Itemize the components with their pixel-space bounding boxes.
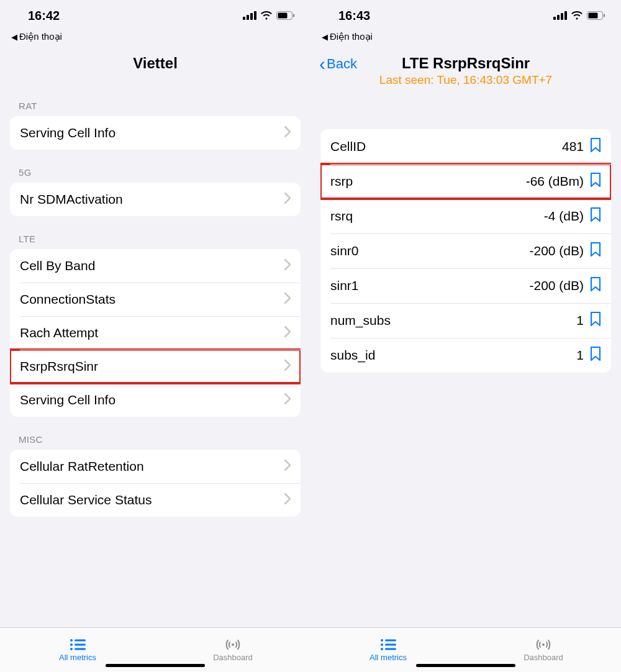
antenna-icon <box>225 638 241 651</box>
content-right[interactable]: CellID481rsrp-66 (dBm)rsrq-4 (dB)sinr0-2… <box>310 98 621 627</box>
list-item-serving-cell-info[interactable]: Serving Cell Info <box>10 116 301 150</box>
metric-label: rsrq <box>330 209 353 224</box>
list-item-rsrprsrqsinr[interactable]: RsrpRsrqSinr <box>10 350 301 383</box>
status-icons <box>553 11 605 20</box>
svg-point-21 <box>381 639 383 642</box>
back-button[interactable]: ‹ Back <box>319 55 357 73</box>
list-group: Nr SDMActivation <box>10 183 301 216</box>
metric-row-cellid[interactable]: CellID481 <box>320 129 611 164</box>
list-item-rach-attempt[interactable]: Rach Attempt <box>10 316 301 350</box>
svg-rect-15 <box>557 15 560 20</box>
svg-point-27 <box>542 643 545 646</box>
list-item-cell-by-band[interactable]: Cell By Band <box>10 249 301 283</box>
svg-rect-14 <box>553 17 556 20</box>
bookmark-icon[interactable] <box>590 242 601 260</box>
page-header: Viettel <box>0 47 310 83</box>
metric-row-subs_id[interactable]: subs_id1 <box>320 338 611 373</box>
bookmark-icon[interactable] <box>590 312 601 329</box>
metric-value: -200 (dB) <box>529 243 584 258</box>
screen-right: 16:43 ◀ Điện thoại ‹ Back LTE RsrpRsrqSi… <box>310 0 621 672</box>
metric-row-num_subs[interactable]: num_subs1 <box>320 303 611 338</box>
status-bar: 16:43 <box>310 0 621 31</box>
section-header: LTE <box>10 216 301 249</box>
breadcrumb-label: Điện thoại <box>330 31 373 42</box>
metric-label: subs_id <box>330 348 375 363</box>
svg-rect-8 <box>75 639 86 641</box>
screen-left: 16:42 ◀ Điện thoại Viettel RATServing Ce… <box>0 0 310 672</box>
bookmark-icon[interactable] <box>590 173 601 190</box>
content-left[interactable]: RATServing Cell Info5GNr SDMActivationLT… <box>0 83 310 627</box>
status-time: 16:43 <box>338 9 370 23</box>
page-title: LTE RsrpRsrqSinr <box>310 55 621 72</box>
status-bar: 16:42 <box>0 0 310 31</box>
list-item-label: Rach Attempt <box>20 325 98 340</box>
metric-label: sinr1 <box>330 278 359 293</box>
list-group: Cell By BandConnectionStatsRach AttemptR… <box>10 249 301 417</box>
caret-left-icon: ◀ <box>322 32 328 42</box>
metric-value: 1 <box>576 313 584 328</box>
home-indicator[interactable] <box>106 664 205 667</box>
bookmark-icon[interactable] <box>590 207 601 225</box>
battery-icon <box>587 11 605 20</box>
tab-label: Dashboard <box>213 653 253 662</box>
bookmark-icon[interactable] <box>590 347 601 364</box>
list-item-serving-cell-info[interactable]: Serving Cell Info <box>10 383 301 417</box>
svg-rect-24 <box>385 643 396 645</box>
svg-rect-0 <box>243 17 245 20</box>
wifi-icon <box>571 11 583 20</box>
svg-rect-16 <box>561 13 563 20</box>
metric-value: 481 <box>562 139 584 154</box>
back-label: Back <box>327 56 357 72</box>
page-header: ‹ Back LTE RsrpRsrqSinr Last seen: Tue, … <box>310 47 621 98</box>
list-item-cellular-service-status[interactable]: Cellular Service Status <box>10 483 301 517</box>
list-item-label: ConnectionStats <box>20 292 116 307</box>
home-indicator[interactable] <box>416 664 515 667</box>
chevron-right-icon <box>284 259 291 273</box>
cellular-icon <box>243 11 256 20</box>
bookmark-icon[interactable] <box>590 277 601 294</box>
svg-point-13 <box>232 643 234 646</box>
svg-point-9 <box>70 643 73 646</box>
metric-value: 1 <box>576 348 584 363</box>
section-header: RAT <box>10 83 301 116</box>
battery-icon <box>276 11 295 20</box>
list-item-label: Cell By Band <box>20 258 95 273</box>
list-group: Cellular RatRetentionCellular Service St… <box>10 450 301 517</box>
svg-rect-22 <box>385 639 396 641</box>
list-item-label: Cellular RatRetention <box>20 459 144 474</box>
list-item-label: RsrpRsrqSinr <box>20 359 98 374</box>
metric-row-sinr0[interactable]: sinr0-200 (dB) <box>320 234 611 268</box>
chevron-right-icon <box>284 460 291 473</box>
chevron-right-icon <box>284 126 291 140</box>
section-header: MISC <box>10 417 301 450</box>
metric-value: -200 (dB) <box>529 278 584 293</box>
list-item-label: Serving Cell Info <box>20 393 116 407</box>
antenna-icon <box>535 638 551 651</box>
list-item-label: Serving Cell Info <box>20 125 116 140</box>
metric-row-rsrp[interactable]: rsrp-66 (dBm) <box>320 164 611 199</box>
svg-rect-26 <box>385 648 396 650</box>
breadcrumb[interactable]: ◀ Điện thoại <box>0 31 310 47</box>
list-item-connectionstats[interactable]: ConnectionStats <box>10 283 301 316</box>
list-item-nr-sdmactivation[interactable]: Nr SDMActivation <box>10 183 301 216</box>
page-title: Viettel <box>0 55 310 72</box>
metric-row-sinr1[interactable]: sinr1-200 (dB) <box>320 268 611 303</box>
list-icon <box>380 638 396 651</box>
svg-rect-17 <box>564 11 567 20</box>
breadcrumb[interactable]: ◀ Điện thoại <box>310 31 621 47</box>
page-subtitle: Last seen: Tue, 16:43:03 GMT+7 <box>310 73 621 87</box>
metrics-panel: CellID481rsrp-66 (dBm)rsrq-4 (dB)sinr0-2… <box>320 129 611 373</box>
svg-point-23 <box>381 643 383 646</box>
list-group: Serving Cell Info <box>10 116 301 150</box>
svg-rect-1 <box>247 15 249 20</box>
svg-rect-2 <box>250 13 253 20</box>
bookmark-icon[interactable] <box>590 138 601 155</box>
svg-point-25 <box>381 648 383 650</box>
chevron-right-icon <box>284 360 291 373</box>
chevron-right-icon <box>284 393 291 407</box>
metric-value: -4 (dB) <box>544 209 584 224</box>
list-item-label: Cellular Service Status <box>20 493 152 507</box>
list-item-cellular-ratretention[interactable]: Cellular RatRetention <box>10 450 301 483</box>
metric-row-rsrq[interactable]: rsrq-4 (dB) <box>320 199 611 234</box>
svg-point-11 <box>70 648 73 650</box>
